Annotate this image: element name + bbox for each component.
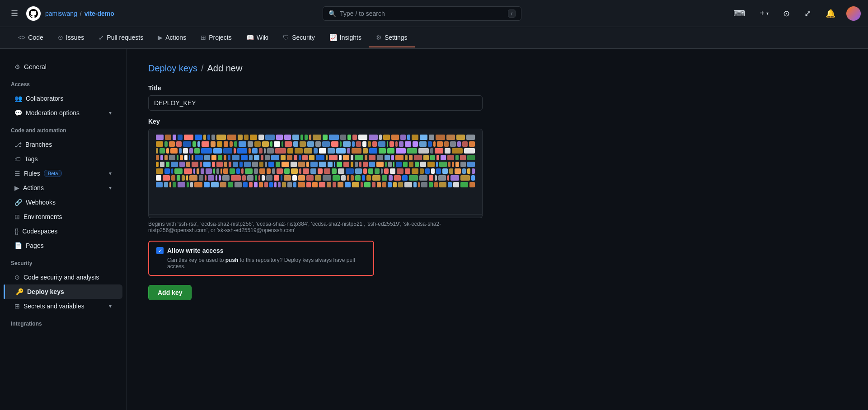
tab-settings[interactable]: ⚙ Settings [369, 28, 415, 47]
sidebar-item-secrets[interactable]: ⊞ Secrets and variables ▾ [4, 299, 122, 313]
sidebar-general-label: General [24, 63, 47, 70]
title-form-group: Title [148, 84, 846, 111]
sidebar-item-general[interactable]: ⚙ General [4, 60, 122, 74]
sidebar-item-moderation[interactable]: 💬 Moderation options ▾ [4, 106, 122, 120]
hamburger-icon: ☰ [11, 9, 18, 19]
title-input[interactable] [148, 95, 483, 111]
breadcrumb-sep: / [80, 10, 82, 17]
allow-write-access-box: ✓ Allow write access Can this key be use… [148, 241, 374, 276]
sidebar-webhooks-label: Webhooks [26, 199, 56, 206]
tab-projects[interactable]: ⊞ Projects [193, 28, 239, 47]
moderation-icon: 💬 [14, 109, 22, 116]
rules-beta-badge: Beta [44, 170, 62, 177]
secrets-icon: ⊞ [14, 303, 20, 310]
github-logo[interactable] [26, 6, 41, 21]
sidebar-branches-label: Branches [25, 141, 52, 148]
breadcrumb-user[interactable]: pamiswang [45, 10, 77, 17]
key-label: Key [148, 118, 846, 125]
page-header: Deploy keys / Add new [148, 63, 846, 74]
inbox-icon: 🔔 [826, 9, 835, 19]
tab-insights[interactable]: 📈 Insights [322, 28, 369, 47]
codespaces-icon: {} [14, 228, 19, 235]
allow-write-checkbox[interactable]: ✓ [156, 247, 164, 254]
title-label: Title [148, 84, 846, 92]
pull-request-icon: ⤢ [804, 9, 811, 19]
tab-wiki[interactable]: 📖 Wiki [239, 28, 276, 47]
sidebar-item-actions[interactable]: ▶ Actions ▾ [4, 181, 122, 195]
sidebar-item-environments[interactable]: ⊞ Environments [4, 210, 122, 224]
environments-icon: ⊞ [14, 213, 20, 220]
breadcrumb-separator: / [201, 63, 204, 74]
sidebar-codespaces-label: Codespaces [22, 228, 57, 235]
code-icon: <> [18, 34, 25, 41]
avatar[interactable] [846, 6, 861, 21]
sidebar-actions-label: Actions [23, 184, 44, 191]
collaborators-icon: 👥 [14, 95, 22, 102]
top-nav-center: 🔍 Type / to search / [120, 6, 725, 21]
chevron-down-icon: ▾ [766, 11, 769, 16]
insights-icon: 📈 [329, 34, 337, 41]
sidebar-item-pages[interactable]: 📄 Pages [4, 238, 122, 253]
sidebar-environments-label: Environments [23, 213, 62, 220]
add-key-button[interactable]: Add key [148, 285, 192, 300]
issues-button[interactable]: ⊙ [779, 7, 793, 20]
chevron-down-icon: ▾ [109, 110, 112, 116]
tab-actions-label: Actions [165, 34, 186, 41]
tab-code[interactable]: <> Code [11, 28, 51, 47]
sidebar: ⚙ General Access 👥 Collaborators 💬 Moder… [0, 49, 127, 410]
add-new-title: Add new [207, 63, 243, 74]
webhooks-icon: 🔗 [14, 199, 22, 206]
inbox-button[interactable]: 🔔 [822, 7, 839, 20]
search-shortcut: / [508, 9, 516, 18]
pull-requests-button[interactable]: ⤢ [801, 7, 815, 20]
allow-write-description: Can this key be used to push to this rep… [156, 257, 366, 270]
repo-nav: <> Code ⊙ Issues ⤢ Pull requests ▶ Actio… [0, 27, 868, 49]
circle-icon: ⊙ [783, 9, 790, 19]
sidebar-item-webhooks[interactable]: 🔗 Webhooks [4, 195, 122, 210]
sidebar-item-codespaces[interactable]: {} Codespaces [4, 224, 122, 238]
sidebar-tags-label: Tags [24, 155, 38, 163]
sidebar-item-rules[interactable]: ☰ Rules Beta ▾ [4, 166, 122, 181]
sidebar-item-branches[interactable]: ⎇ Branches [4, 137, 122, 152]
sidebar-item-deploy-keys[interactable]: 🔑 Deploy keys [5, 284, 122, 299]
sidebar-item-tags[interactable]: 🏷 Tags [4, 152, 122, 166]
actions-sidebar-icon: ▶ [14, 184, 19, 191]
tab-insights-label: Insights [340, 34, 361, 41]
settings-icon: ⚙ [376, 34, 382, 41]
top-nav-left: ☰ pamiswang / vite-demo [7, 6, 114, 21]
branches-icon: ⎇ [14, 141, 22, 148]
rules-chevron-down-icon: ▾ [109, 170, 112, 177]
tab-issues[interactable]: ⊙ Issues [51, 28, 91, 47]
sidebar-item-code-security[interactable]: ⊙ Code security and analysis [4, 270, 122, 284]
sidebar-code-automation-section: Code and automation [0, 120, 126, 137]
allow-write-label: Allow write access [167, 247, 224, 254]
projects-icon: ⊞ [201, 34, 206, 41]
new-button[interactable]: + ▾ [756, 7, 772, 20]
terminal-button[interactable]: ⌨ [730, 7, 749, 20]
search-bar[interactable]: 🔍 Type / to search / [323, 6, 521, 21]
sidebar-access-section: Access [0, 74, 126, 91]
sidebar-pages-label: Pages [26, 242, 44, 249]
security-icon: 🛡 [283, 34, 289, 41]
sidebar-rules-label: Rules [24, 170, 40, 177]
search-placeholder: Type / to search [340, 10, 504, 17]
hamburger-button[interactable]: ☰ [7, 7, 22, 20]
tab-actions[interactable]: ▶ Actions [150, 28, 193, 47]
plus-icon: + [760, 9, 765, 18]
key-icon: 🔑 [16, 288, 23, 295]
gear-icon: ⚙ [14, 63, 20, 70]
tab-pull-requests[interactable]: ⤢ Pull requests [91, 28, 150, 47]
search-icon: 🔍 [328, 10, 336, 17]
main-layout: ⚙ General Access 👥 Collaborators 💬 Moder… [0, 49, 868, 410]
allow-write-header: ✓ Allow write access [156, 247, 366, 254]
pull-requests-icon: ⤢ [99, 34, 104, 41]
sidebar-item-collaborators[interactable]: 👥 Collaborators [4, 91, 122, 106]
breadcrumb-repo[interactable]: vite-demo [84, 10, 114, 17]
tab-security[interactable]: 🛡 Security [276, 28, 322, 47]
deploy-keys-breadcrumb-link[interactable]: Deploy keys [148, 63, 197, 74]
terminal-icon: ⌨ [733, 9, 745, 19]
sidebar-code-security-label: Code security and analysis [23, 274, 99, 281]
secrets-chevron-down-icon: ▾ [109, 303, 112, 309]
top-nav: ☰ pamiswang / vite-demo 🔍 Type / to sear… [0, 0, 868, 27]
actions-icon: ▶ [158, 34, 163, 41]
